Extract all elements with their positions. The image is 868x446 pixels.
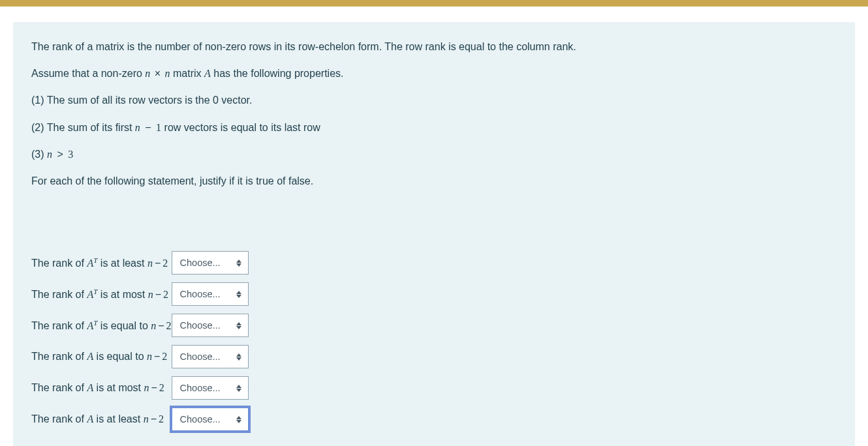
updown-sort-icon [236, 353, 241, 361]
math-n: n [145, 68, 150, 79]
math-two: 2 [159, 382, 164, 393]
math-n: n [144, 382, 149, 393]
updown-sort-icon [236, 260, 241, 267]
statement-label: The rank of A is at most n−2 [31, 372, 172, 404]
updown-sort-icon [236, 291, 241, 298]
statement-select-cell: Choose... [172, 278, 249, 310]
statement-mid: is equal to [97, 320, 151, 331]
triangle-up-icon [236, 416, 241, 419]
instruction-line: For each of the following statement, jus… [31, 173, 837, 188]
statement-pre: The rank of [31, 258, 87, 269]
math-A: A [204, 68, 211, 79]
math-two: 2 [163, 258, 168, 269]
question-intro: The rank of a matrix is the number of no… [31, 39, 837, 188]
statement-mid: is equal to [93, 351, 147, 362]
math-one: 1 [156, 122, 161, 133]
statement-row: The rank of AT is at least n−2Choose... [31, 247, 249, 278]
math-times: × [153, 68, 162, 79]
dropdown-placeholder: Choose... [180, 351, 221, 362]
dropdown-placeholder: Choose... [180, 258, 221, 268]
math-A: A [87, 413, 93, 424]
statement-pre: The rank of [31, 382, 87, 393]
updown-sort-icon [236, 385, 241, 392]
statement-label: The rank of AT is at least n−2 [31, 247, 172, 278]
dropdown-placeholder: Choose... [180, 320, 221, 331]
math-minus: − [149, 382, 159, 393]
statement-select-cell: Choose... [172, 372, 249, 404]
math-n: n [47, 149, 52, 160]
intro-line-1: The rank of a matrix is the number of no… [31, 39, 837, 54]
answer-dropdown[interactable]: Choose... [172, 345, 249, 368]
math-A: A [87, 258, 93, 269]
math-minus: − [153, 289, 163, 300]
math-two: 2 [159, 413, 164, 424]
statement-mid: is at most [97, 289, 147, 300]
statement-label: The rank of AT is at most n−2 [31, 278, 172, 310]
math-gt: > [55, 149, 65, 160]
intro-line-2-pre: Assume that a non-zero [31, 68, 145, 79]
statement-select-cell: Choose... [172, 310, 249, 341]
answer-dropdown[interactable]: Choose... [172, 408, 249, 431]
updown-sort-icon [236, 322, 241, 329]
math-two: 2 [163, 289, 168, 300]
statement-select-cell: Choose... [172, 247, 249, 278]
statement-pre: The rank of [31, 351, 87, 362]
triangle-down-icon [236, 357, 241, 361]
property-2: (2) The sum of its first n − 1 row vecto… [31, 120, 837, 135]
statement-select-cell: Choose... [172, 404, 249, 435]
answer-dropdown[interactable]: Choose... [172, 251, 249, 275]
statement-label: The rank of AT is equal to n−2 [31, 310, 172, 341]
math-minus: − [153, 258, 163, 269]
statement-row: The rank of A is equal to n−2Choose... [31, 341, 249, 372]
triangle-down-icon [236, 295, 241, 298]
question-panel: The rank of a matrix is the number of no… [13, 22, 855, 446]
math-n: n [144, 413, 149, 424]
statement-pre: The rank of [31, 413, 87, 424]
statement-mid: is at least [97, 258, 147, 269]
triangle-down-icon [236, 326, 241, 329]
dropdown-placeholder: Choose... [180, 383, 221, 393]
intro-line-2-mid: matrix [173, 68, 204, 79]
triangle-up-icon [236, 353, 241, 357]
math-n: n [135, 122, 140, 133]
answer-dropdown[interactable]: Choose... [172, 376, 249, 400]
math-n: n [147, 258, 153, 269]
triangle-down-icon [236, 420, 241, 423]
statement-grid: The rank of AT is at least n−2Choose...T… [31, 247, 837, 435]
page-container: The rank of a matrix is the number of no… [0, 22, 868, 446]
math-two: 2 [162, 351, 167, 362]
math-minus: − [149, 413, 159, 424]
answer-dropdown[interactable]: Choose... [172, 314, 249, 337]
statement-table: The rank of AT is at least n−2Choose...T… [31, 247, 249, 435]
math-n: n [147, 351, 152, 362]
statement-mid: is at least [93, 413, 143, 424]
dropdown-placeholder: Choose... [180, 414, 221, 424]
math-three: 3 [68, 149, 73, 160]
dropdown-placeholder: Choose... [180, 289, 221, 299]
statement-pre: The rank of [31, 320, 87, 331]
statement-row: The rank of A is at least n−2Choose... [31, 404, 249, 435]
statement-label: The rank of A is at least n−2 [31, 404, 172, 435]
statement-label: The rank of A is equal to n−2 [31, 341, 172, 372]
property-3: (3) n > 3 [31, 147, 837, 162]
math-minus: − [152, 351, 162, 362]
statement-select-cell: Choose... [172, 341, 249, 372]
math-minus: − [156, 320, 166, 331]
updown-sort-icon [236, 416, 241, 423]
statement-row: The rank of AT is equal to n−2Choose... [31, 310, 249, 341]
triangle-down-icon [236, 389, 241, 392]
math-A: A [87, 289, 93, 300]
statement-mid: is at most [93, 382, 144, 393]
answer-dropdown[interactable]: Choose... [172, 282, 249, 306]
property-2-pre: (2) The sum of its first [31, 122, 135, 133]
property-1: (1) The sum of all its row vectors is th… [31, 93, 837, 108]
statement-pre: The rank of [31, 289, 87, 300]
math-two: 2 [166, 320, 172, 331]
triangle-up-icon [236, 291, 241, 294]
triangle-down-icon [236, 263, 241, 267]
triangle-up-icon [236, 385, 241, 388]
math-n: n [165, 68, 170, 79]
triangle-up-icon [236, 322, 241, 325]
intro-line-2: Assume that a non-zero n × n matrix A ha… [31, 66, 837, 81]
statement-row: The rank of A is at most n−2Choose... [31, 372, 249, 404]
